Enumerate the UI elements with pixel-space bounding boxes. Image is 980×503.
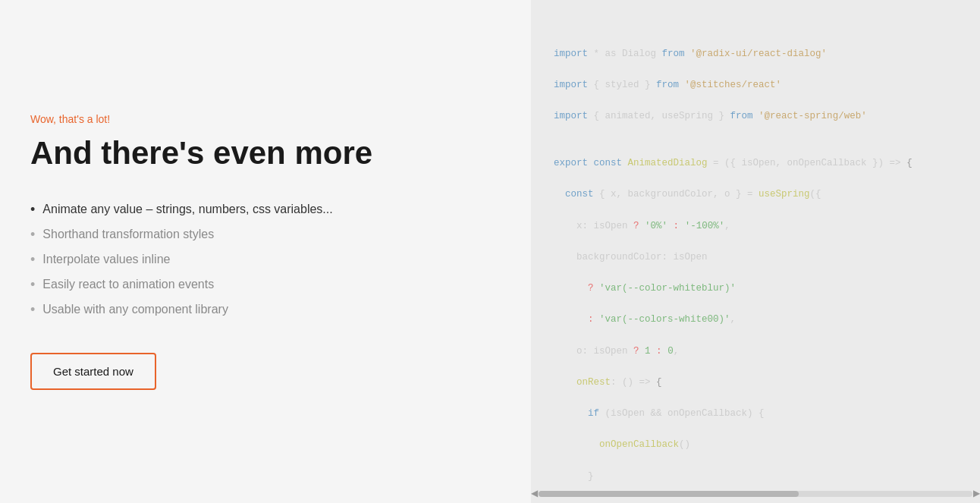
code-block: import * as Dialog from '@radix-ui/react… [554,30,957,503]
eyebrow-text: Wow, that's a lot! [30,113,485,125]
scroll-left-arrow[interactable]: ◀ [531,488,538,498]
scrollbar-thumb[interactable] [539,491,799,497]
list-item: Shorthand transformation styles [30,222,485,247]
get-started-button[interactable]: Get started now [30,353,156,390]
list-item: Usable with any component library [30,297,485,322]
list-item: Animate any value – strings, numbers, cs… [30,197,485,222]
code-panel: import * as Dialog from '@radix-ui/react… [531,0,980,503]
list-item: Easily react to animation events [30,272,485,297]
scroll-right-arrow[interactable]: ▶ [973,488,980,498]
list-item: Interpolate values inline [30,247,485,272]
left-panel: Wow, that's a lot! And there's even more… [0,0,531,503]
main-heading: And there's even more [30,134,485,172]
feature-list: Animate any value – strings, numbers, cs… [30,197,485,322]
scrollbar-track [539,491,972,497]
